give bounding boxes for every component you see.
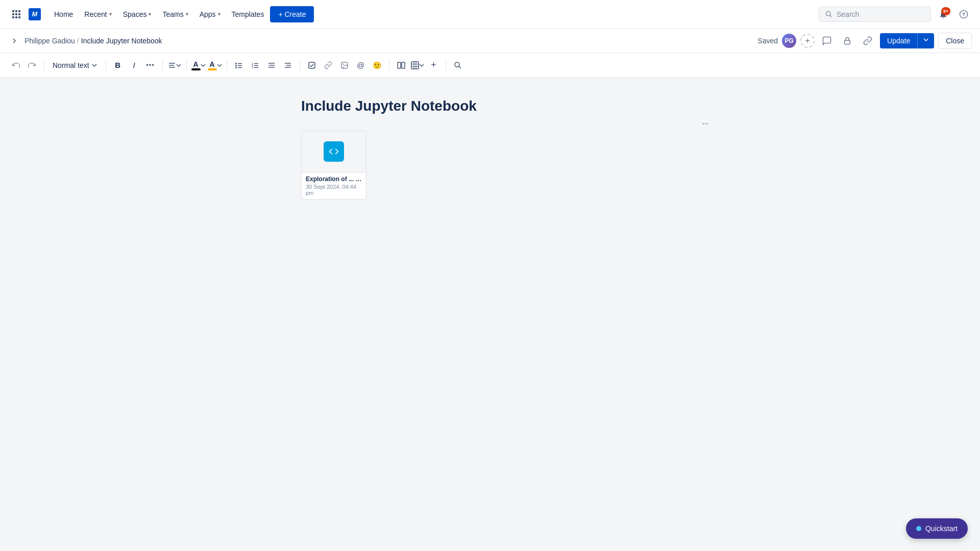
- update-dropdown-button[interactable]: [917, 33, 934, 48]
- align-icon: [168, 61, 176, 69]
- table-icon: [411, 61, 419, 69]
- editor-toolbar: Normal text B I ••• A: [0, 53, 980, 78]
- image-icon: [340, 61, 349, 69]
- grid-menu-icon[interactable]: [8, 6, 24, 22]
- notebook-info: Exploration of ... e.ipynb 30 Sept 2024,…: [302, 172, 366, 199]
- highlight-color-indicator: A: [208, 60, 217, 70]
- svg-point-36: [455, 62, 459, 67]
- avatar[interactable]: PG: [782, 34, 796, 48]
- nav-spaces[interactable]: Spaces ▾: [118, 7, 157, 21]
- update-button[interactable]: Update: [880, 33, 917, 48]
- columns-button[interactable]: [394, 58, 409, 73]
- svg-point-28: [342, 63, 344, 64]
- toolbar-separator: [186, 60, 187, 70]
- svg-rect-4: [845, 40, 850, 44]
- help-button[interactable]: ?: [955, 6, 972, 22]
- highlight-bar: [208, 68, 217, 70]
- text-style-dropdown[interactable]: Normal text: [48, 59, 102, 71]
- breadcrumb-separator: /: [77, 37, 79, 45]
- nav-teams[interactable]: Teams ▾: [157, 7, 193, 21]
- svg-line-37: [459, 66, 461, 68]
- outdent-button[interactable]: [264, 58, 279, 73]
- search-input[interactable]: Search: [819, 7, 931, 22]
- align-button[interactable]: [167, 58, 182, 73]
- columns-icon: [397, 61, 405, 69]
- table-button[interactable]: [410, 58, 425, 73]
- nav-items: Home Recent ▾ Spaces ▾ Teams ▾ Apps ▾ Te…: [49, 6, 817, 22]
- breadcrumb: Philippe Gadiou / Include Jupyter Notebo…: [24, 37, 753, 45]
- avatar-image: PG: [782, 34, 796, 48]
- breadcrumb-actions: Saved PG + Update: [757, 33, 972, 49]
- saved-status: Saved: [757, 37, 778, 45]
- create-button[interactable]: + Create: [270, 6, 314, 22]
- resize-handle[interactable]: ↔: [700, 118, 709, 129]
- mention-button[interactable]: @: [353, 58, 369, 73]
- jupyter-icon: [324, 141, 344, 162]
- notebook-filename: Exploration of ... e.ipynb: [306, 176, 362, 183]
- nav-apps[interactable]: Apps ▾: [194, 7, 226, 21]
- numbered-list-button[interactable]: 1 2 3: [248, 58, 263, 73]
- chevron-right-icon: [10, 37, 18, 45]
- emoji-button[interactable]: 🙂: [370, 58, 385, 73]
- insert-button[interactable]: +: [426, 58, 442, 73]
- undo-icon: [12, 61, 20, 69]
- undo-button[interactable]: [8, 58, 23, 73]
- nav-templates[interactable]: Templates: [227, 7, 270, 21]
- checkbox-button[interactable]: [304, 58, 320, 73]
- redo-button[interactable]: [24, 58, 40, 73]
- image-button[interactable]: [337, 58, 352, 73]
- notification-badge: 9+: [941, 7, 950, 15]
- comment-icon: [822, 36, 831, 45]
- bold-button[interactable]: B: [110, 58, 126, 73]
- svg-line-1: [830, 15, 832, 17]
- nav-recent[interactable]: Recent ▾: [79, 7, 116, 21]
- toolbar-separator: [162, 60, 163, 70]
- text-color-indicator: A: [191, 60, 201, 70]
- close-button[interactable]: Close: [938, 33, 972, 49]
- color-bar: [191, 68, 201, 70]
- find-button[interactable]: [450, 58, 465, 73]
- svg-point-9: [235, 65, 237, 66]
- comment-button[interactable]: [819, 33, 835, 49]
- italic-button[interactable]: I: [127, 58, 142, 73]
- text-color-button[interactable]: A: [191, 58, 206, 73]
- highlight-color-button[interactable]: A: [207, 58, 223, 73]
- checkbox-icon: [308, 61, 316, 69]
- chevron-down-icon: ▾: [149, 11, 151, 17]
- link-button[interactable]: [321, 58, 336, 73]
- chevron-down-icon: [201, 63, 206, 68]
- toolbar-separator: [106, 60, 106, 70]
- chevron-down-icon: [217, 63, 222, 68]
- app-logo[interactable]: M: [27, 6, 43, 22]
- notifications-button[interactable]: 9+: [935, 6, 951, 22]
- nav-home[interactable]: Home: [49, 7, 78, 21]
- link-icon: [324, 61, 332, 69]
- notebook-date: 30 Sept 2024, 04:44 pm: [306, 184, 362, 196]
- indent-button[interactable]: [280, 58, 296, 73]
- toolbar-separator: [446, 60, 446, 70]
- add-collaborator-button[interactable]: +: [800, 34, 815, 48]
- chevron-down-icon: [923, 37, 929, 43]
- quickstart-button[interactable]: Quickstart: [906, 518, 968, 539]
- toolbar-separator: [389, 60, 389, 70]
- search-icon: [454, 61, 462, 69]
- toolbar-separator: [227, 60, 227, 70]
- quickstart-dot-icon: [916, 526, 921, 531]
- breadcrumb-parent-link[interactable]: Philippe Gadiou: [24, 37, 75, 45]
- top-navigation: M Home Recent ▾ Spaces ▾ Teams ▾ Apps ▾ …: [0, 0, 980, 29]
- page-title[interactable]: Include Jupyter Notebook: [301, 98, 679, 114]
- svg-text:3: 3: [252, 66, 254, 69]
- bullet-list-button[interactable]: [231, 58, 247, 73]
- more-formatting-button[interactable]: •••: [143, 58, 158, 73]
- main-content: ↔ Include Jupyter Notebook Exploration o…: [0, 78, 980, 551]
- share-link-button[interactable]: [860, 33, 876, 49]
- outdent-icon: [267, 61, 276, 69]
- notebook-card[interactable]: Exploration of ... e.ipynb 30 Sept 2024,…: [301, 131, 366, 199]
- lock-icon: [843, 36, 852, 45]
- restrict-button[interactable]: [839, 33, 855, 49]
- chevron-down-icon: ▾: [186, 11, 188, 17]
- svg-point-10: [235, 67, 237, 68]
- sidebar-toggle[interactable]: [8, 35, 20, 47]
- chevron-down-icon: [419, 63, 424, 68]
- svg-rect-30: [402, 62, 405, 68]
